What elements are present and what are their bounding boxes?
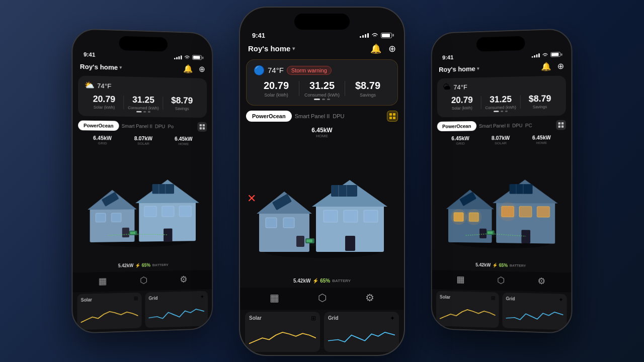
- tab-smartpanel-left[interactable]: Smart Panel II: [122, 123, 152, 129]
- nav-home-icon-right[interactable]: ⬡: [497, 275, 505, 285]
- add-icon-center[interactable]: ⊕: [388, 43, 396, 54]
- energy-home-label-center: HOME: [311, 134, 332, 138]
- svg-rect-47: [561, 122, 564, 125]
- battery-pct-left: ⚡ 65%: [135, 263, 151, 268]
- stat-consumed-right: 31.25 Consumed (kWh): [481, 94, 520, 110]
- battery-badge-right: 5.42kW ⚡ 65% BATTERY: [475, 262, 526, 268]
- weather-temp-right: 74°F: [453, 83, 467, 90]
- home-title-left[interactable]: Roy's home ▾: [80, 62, 122, 71]
- house-svg-center: [249, 166, 395, 259]
- weather-icon-left: ⛅: [85, 80, 95, 90]
- dot-active-right: [494, 111, 499, 112]
- chart-solar-svg-right: [440, 302, 496, 323]
- nav-charts-icon-left[interactable]: ▦: [99, 276, 107, 287]
- stat-solar-value-center: 20.79: [254, 80, 299, 92]
- bottom-nav-left: ▦ ⬡ ⚙: [72, 270, 212, 293]
- battery-label-left: BATTERY: [152, 263, 169, 267]
- house-svg-right: [440, 168, 564, 249]
- energy-solar-left: 8.07kW SOLAR: [134, 135, 152, 146]
- svg-rect-46: [558, 122, 560, 125]
- wifi-icon-left: [184, 55, 190, 59]
- svg-rect-14: [111, 213, 121, 222]
- dropdown-arrow-right: ▾: [477, 66, 479, 71]
- dot-active-center: [314, 99, 320, 100]
- bell-icon-left[interactable]: 🔔: [183, 64, 193, 74]
- tab-grid-icon-center[interactable]: [387, 111, 398, 122]
- chart-grid-header-left: Grid ✦: [149, 294, 205, 301]
- chart-solar-icon-center: ⊞: [311, 315, 316, 322]
- tab-powerocean-center[interactable]: PowerOcean: [246, 111, 292, 122]
- tab-dpu-right[interactable]: DPU: [512, 123, 523, 128]
- dot-2-right: [505, 111, 508, 112]
- svg-rect-45: [306, 239, 312, 242]
- nav-settings-icon-left[interactable]: ⚙: [180, 274, 188, 285]
- status-time-right: 9:41: [442, 54, 453, 61]
- nav-home-icon-center[interactable]: ⬡: [318, 292, 327, 304]
- status-icons-right: [532, 52, 560, 57]
- add-icon-right[interactable]: ⊕: [557, 61, 564, 71]
- dot-1-right: [501, 111, 503, 112]
- svg-point-66: [498, 202, 518, 221]
- tab-grid-icon-right[interactable]: [556, 120, 566, 130]
- bell-icon-right[interactable]: 🔔: [541, 61, 551, 71]
- signal-bar-2: [176, 57, 178, 59]
- phone-right: 9:41: [416, 28, 588, 334]
- cross-badge-center: ✕: [247, 192, 256, 205]
- add-icon-left[interactable]: ⊕: [199, 64, 205, 74]
- house-area-center: ✕: [240, 138, 404, 288]
- energy-grid-value-right: 6.45kW: [451, 135, 469, 142]
- chart-solar-header-left: Solar ⊞: [81, 295, 138, 303]
- status-time-center: 9:41: [252, 32, 265, 39]
- stat-consumed-center: 31.25 Consumed (kWh): [299, 80, 345, 98]
- battery-badge-center: 5.42kW ⚡ 65% BATTERY: [293, 278, 351, 284]
- tab-powerocean-left[interactable]: PowerOcean: [78, 121, 119, 131]
- chart-grid-svg-right: [506, 303, 564, 325]
- signal-bar-c3: [365, 34, 366, 38]
- stat-solar-value-right: 20.79: [443, 95, 481, 105]
- stat-solar-right: 20.79 Solar (kWh): [443, 95, 481, 111]
- weather-row-left: ⛅ 74°F: [85, 80, 201, 92]
- home-title-center[interactable]: Roy's home ▾: [248, 44, 295, 53]
- tab-grid-icon-left[interactable]: [197, 122, 207, 132]
- status-time-left: 9:41: [84, 51, 95, 58]
- energy-grid-left: 6.45kW GRID: [93, 135, 112, 145]
- nav-home-icon-left[interactable]: ⬡: [140, 275, 147, 285]
- chart-solar-svg-center: [249, 324, 316, 346]
- nav-settings-icon-center[interactable]: ⚙: [365, 292, 374, 304]
- svg-rect-38: [283, 218, 294, 228]
- stat-savings-right: $8.79 Savings: [520, 93, 559, 109]
- stat-solar-center: 20.79 Solar (kWh): [254, 80, 299, 98]
- stat-consumed-label-center: Consumed (kWh): [299, 93, 345, 98]
- chart-grid-title-left: Grid: [149, 296, 158, 301]
- tab-pc-right[interactable]: PC: [525, 123, 532, 128]
- battery-pct-center: ⚡ 65%: [312, 278, 330, 284]
- stat-savings-label-center: Savings: [345, 93, 390, 98]
- phone-frame-left: 9:41: [72, 28, 213, 334]
- tab-po-left[interactable]: Po: [168, 124, 174, 129]
- chart-grid-svg-center: [328, 324, 395, 346]
- tab-dpu-left[interactable]: DPU: [155, 124, 165, 129]
- nav-charts-icon-center[interactable]: ▦: [270, 292, 279, 304]
- stat-savings-label-right: Savings: [520, 105, 559, 110]
- chart-grid-left: Grid ✦: [145, 291, 208, 328]
- tab-dpu-center[interactable]: DPU: [333, 113, 344, 119]
- signal-bar-r4: [538, 53, 540, 57]
- grid-icon-center: [389, 113, 395, 119]
- chart-solar-left: Solar ⊞: [77, 293, 141, 330]
- wifi-icon-center: [371, 33, 378, 38]
- tab-powerocean-right[interactable]: PowerOcean: [437, 121, 476, 131]
- stats-row-center: 20.79 Solar (kWh) 31.25 Consumed (kWh) $…: [254, 80, 390, 98]
- tab-smartpanel-right[interactable]: Smart Panel II: [479, 123, 510, 128]
- svg-rect-48: [558, 125, 560, 128]
- tab-smartpanel-center[interactable]: Smart Panel II: [295, 113, 330, 119]
- signal-bar-r3: [536, 54, 538, 57]
- nav-charts-icon-right[interactable]: ▦: [456, 274, 464, 285]
- energy-solar-right: 8.07kW SOLAR: [492, 135, 510, 145]
- energy-labels-right: 6.45kW GRID 8.07kW SOLAR 6.45kW HOME: [432, 132, 572, 145]
- nav-settings-icon-right[interactable]: ⚙: [537, 276, 545, 287]
- stat-solar-label-right: Solar (kWh): [443, 106, 481, 111]
- bell-alert-icon-center[interactable]: 🔔: [370, 43, 381, 54]
- home-title-right[interactable]: Roy's home ▾: [439, 64, 479, 73]
- stats-card-left: ⛅ 74°F 20.79 Solar (kWh) 31.25 Consumed …: [78, 75, 207, 118]
- energy-labels-center: 6.45kW HOME: [240, 125, 404, 138]
